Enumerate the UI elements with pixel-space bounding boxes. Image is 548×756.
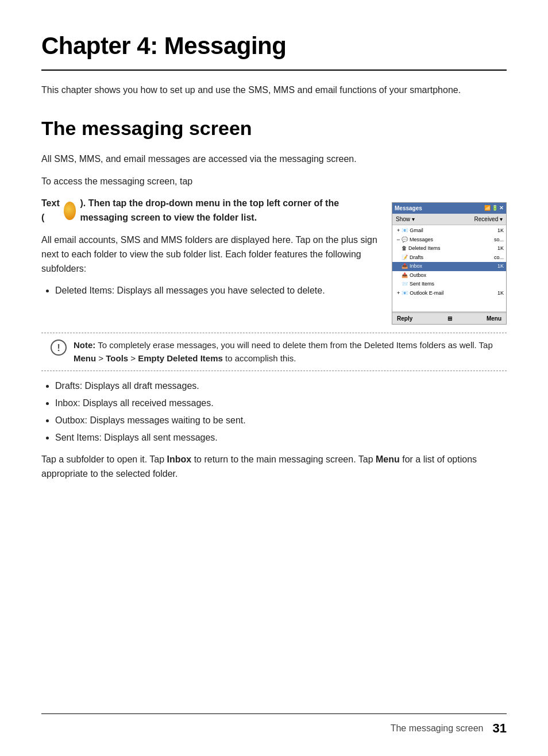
page-footer: The messaging screen 31 — [41, 713, 507, 738]
outbox-label: Outbox — [410, 272, 426, 280]
phone-center-icon: ⊞ — [447, 314, 452, 323]
gmail-expand: + — [397, 227, 400, 235]
para4-inbox: Inbox — [167, 454, 192, 464]
phone-bottom-bar: Reply ⊞ Menu — [392, 313, 506, 324]
drafts-size: co... — [494, 254, 504, 262]
folder-outlook: + 📧 Outlook E-mail 1K — [392, 289, 506, 298]
inbox-icon: 📥 — [402, 263, 408, 271]
outlook-expand: + — [397, 290, 400, 298]
folder-drafts: 📝 Drafts co... — [392, 253, 506, 263]
note-sep2: > — [128, 353, 138, 363]
note-bold-empty: Empty Deleted Items — [138, 353, 223, 363]
gmail-icon: 📧 — [402, 227, 408, 235]
outlook-icon: 📧 — [402, 290, 408, 298]
chapter-intro: This chapter shows you how to set up and… — [41, 83, 507, 98]
text-label-suffix: ). Then tap the drop-down menu in the to… — [80, 196, 378, 225]
bullet-list-1: Deleted Items: Displays all messages you… — [55, 284, 378, 298]
note-bold-tools: Tools — [106, 353, 128, 363]
phone-battery-icon: 🔋 — [492, 205, 498, 213]
text-block: Text ( ). Then tap the drop-down menu in… — [41, 196, 378, 306]
deleted-label: Deleted Items — [408, 245, 441, 253]
folder-messages: – 💬 Messages so... — [392, 236, 506, 245]
folder-deleted-items: 🗑 Deleted Items 1K — [392, 244, 506, 253]
outbox-icon: 📤 — [402, 272, 408, 280]
deleted-size: 1K — [497, 245, 504, 253]
note-icon: ! — [51, 340, 67, 356]
folder-outbox: 📤 Outbox — [392, 271, 506, 280]
drafts-label: Drafts — [410, 254, 423, 262]
phone-menu-button[interactable]: Menu — [487, 314, 501, 323]
para4-mid: to return to the main messaging screen. … — [191, 454, 376, 464]
sent-label: Sent Items — [410, 280, 434, 288]
phone-reply-button[interactable]: Reply — [397, 314, 412, 323]
note-bold-menu: Menu — [74, 353, 96, 363]
phone-signal-icon: 📶 — [484, 205, 491, 213]
phone-received-label: Received ▾ — [474, 215, 503, 223]
content-image-block: Text ( ). Then tap the drop-down menu in… — [41, 196, 507, 325]
phone-toolbar: Show ▾ Received ▾ — [392, 214, 506, 225]
inbox-label: Inbox — [410, 263, 422, 271]
para4-menu: Menu — [376, 454, 400, 464]
bullet-item-1: Deleted Items: Displays all messages you… — [55, 284, 378, 298]
footer-section-name: The messaging screen — [391, 722, 484, 735]
text-icon-circle — [64, 202, 76, 220]
section-para3: All email accounts, SMS and MMS folders … — [41, 233, 378, 276]
messages-icon: 💬 — [402, 236, 408, 244]
section-para2: To access the messaging screen, tap — [41, 175, 507, 189]
para4-start: Tap a subfolder to open it. Tap — [41, 454, 167, 464]
note-label: Note: — [74, 340, 95, 350]
phone-screenshot: Messages 📶 🔋 ✕ Show ▾ Received ▾ + 📧 Gma… — [392, 202, 507, 325]
gmail-size: 1K — [497, 227, 504, 235]
text-icon-para: Text ( ). Then tap the drop-down menu in… — [41, 196, 378, 225]
phone-close-icon: ✕ — [499, 205, 504, 213]
bullet-item-4: Outbox: Displays messages waiting to be … — [55, 414, 507, 427]
sent-icon: 📨 — [402, 280, 408, 288]
drafts-icon: 📝 — [402, 254, 408, 262]
chapter-divider — [41, 70, 507, 71]
messages-expand: – — [397, 236, 400, 244]
gmail-label: Gmail — [410, 227, 423, 235]
phone-title-bar: Messages 📶 🔋 ✕ — [392, 203, 506, 214]
phone-folder-list: + 📧 Gmail 1K – 💬 Messages so... 🗑 Delete… — [392, 225, 506, 311]
bullet-list-main: Drafts: Displays all draft messages. Inb… — [55, 379, 507, 445]
note-end: to accomplish this. — [223, 353, 296, 363]
bullet-item-5: Sent Items: Displays all sent messages. — [55, 431, 507, 445]
note-text: Note: To completely erase messages, you … — [74, 339, 497, 365]
section-para1: All SMS, MMS, and email messages are acc… — [41, 152, 507, 167]
messages-size: so... — [494, 236, 504, 244]
note-sep1: > — [96, 353, 106, 363]
section-para4: Tap a subfolder to open it. Tap Inbox to… — [41, 453, 507, 481]
chapter-title: Chapter 4: Messaging — [41, 28, 507, 64]
text-label-bold: Text ( — [41, 196, 60, 225]
outlook-label: Outlook E-mail — [410, 290, 443, 298]
folder-sent-items: 📨 Sent Items — [392, 280, 506, 289]
deleted-icon: 🗑 — [402, 245, 407, 253]
outlook-size: 1K — [497, 290, 504, 298]
note-box: ! Note: To completely erase messages, yo… — [41, 333, 507, 371]
phone-title: Messages — [395, 204, 422, 213]
bullet-item-3: Inbox: Displays all received messages. — [55, 396, 507, 410]
bullet-item-2: Drafts: Displays all draft messages. — [55, 379, 507, 393]
phone-title-icons: 📶 🔋 ✕ — [484, 205, 504, 213]
messages-label: Messages — [410, 236, 433, 244]
footer-page-number: 31 — [493, 719, 507, 738]
folder-inbox: 📥 Inbox 1K — [392, 262, 506, 271]
phone-show-label: Show ▾ — [396, 215, 415, 223]
folder-gmail: + 📧 Gmail 1K — [392, 226, 506, 236]
note-body: To completely erase messages, you will n… — [98, 340, 493, 350]
section-title: The messaging screen — [41, 114, 507, 143]
inbox-size: 1K — [497, 263, 504, 271]
